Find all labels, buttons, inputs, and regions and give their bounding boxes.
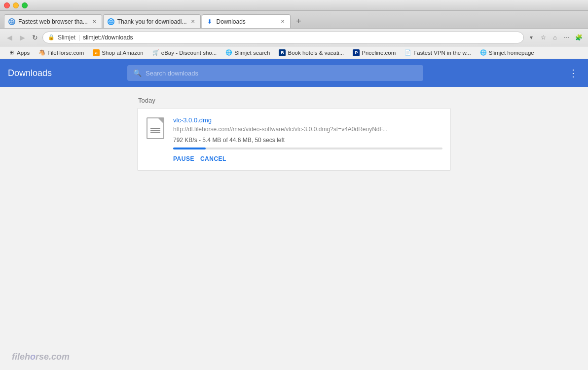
hotels-icon: B: [279, 49, 286, 56]
priceline-icon: P: [353, 49, 360, 56]
file-icon-area: [146, 116, 165, 140]
downloads-header: Downloads 🔍 ⋮: [0, 59, 588, 87]
site-name: Slimjet: [58, 34, 75, 41]
ebay-icon: 🛒: [152, 49, 159, 56]
file-type-icon: [147, 117, 164, 139]
downloads-content: Today vlc-3.0.0.dmg http://dl.filehorse.…: [0, 87, 588, 370]
lock-icon: 🔒: [48, 34, 55, 40]
amazon-icon: a: [93, 49, 100, 56]
extension-button[interactable]: 🧩: [573, 32, 584, 43]
download-actions: PAUSE CANCEL: [173, 155, 442, 162]
download-info: vlc-3.0.0.dmg http://dl.filehorse.com//m…: [173, 116, 442, 162]
bookmark-apps[interactable]: ⊞ Apps: [4, 47, 34, 58]
bookmark-label: Fastest VPN in the w...: [413, 50, 471, 56]
tab-label-1: Fastest web browser tha...: [18, 18, 88, 25]
slimjet-icon: 🌐: [225, 49, 232, 56]
progress-bar-fill: [173, 148, 206, 149]
back-button[interactable]: ◀: [4, 32, 15, 43]
pause-button[interactable]: PAUSE: [173, 155, 194, 162]
maximize-button[interactable]: [22, 2, 28, 8]
bookmark-label: Book hotels & vacati...: [288, 50, 344, 56]
bookmark-priceline[interactable]: P Priceline.com: [349, 47, 400, 58]
bookmark-label: FileHorse.com: [47, 50, 84, 56]
url-bar[interactable]: 🔒 Slimjet | slimjet://downloads: [42, 32, 524, 43]
tab-favicon-1: [8, 18, 15, 25]
downloads-more-button[interactable]: ⋮: [566, 66, 580, 80]
tab-close-3[interactable]: ✕: [279, 18, 286, 25]
title-bar: [0, 0, 588, 11]
search-icon: 🔍: [133, 69, 142, 77]
slimjet-home-icon: 🌐: [480, 49, 487, 56]
bookmark-label: Slimjet homepage: [489, 50, 534, 56]
apps-icon: ⊞: [8, 49, 15, 56]
bookmark-amazon[interactable]: a Shop at Amazon: [89, 47, 147, 58]
bookmarks-bar: ⊞ Apps 🐴 FileHorse.com a Shop at Amazon …: [0, 46, 588, 59]
download-item: vlc-3.0.0.dmg http://dl.filehorse.com//m…: [137, 108, 451, 171]
bookmark-label: Priceline.com: [362, 50, 396, 56]
section-today-label: Today: [0, 97, 588, 108]
dropdown-button[interactable]: ▾: [526, 32, 537, 43]
download-speed: 792 KB/s - 5.4 MB of 44.6 MB, 50 secs le…: [173, 137, 442, 144]
close-button[interactable]: [4, 2, 10, 8]
download-filename[interactable]: vlc-3.0.0.dmg: [173, 116, 442, 124]
tab-favicon-3: ⬇: [206, 18, 213, 25]
tab-favicon-2: [108, 18, 114, 25]
url-separator: |: [78, 34, 80, 41]
vpn-icon: 📄: [404, 49, 411, 56]
tab-downloads[interactable]: ⬇ Downloads ✕: [202, 14, 291, 28]
more-nav-button[interactable]: ⋯: [561, 32, 572, 43]
tab-thank-you[interactable]: Thank you for downloadi... ✕: [103, 14, 201, 28]
minimize-button[interactable]: [13, 2, 19, 8]
star-button[interactable]: ☆: [538, 32, 549, 43]
bookmark-filehorse[interactable]: 🐴 FileHorse.com: [35, 47, 88, 58]
bookmark-slimjet-search[interactable]: 🌐 Slimjet search: [221, 47, 274, 58]
bookmark-slimjet-home[interactable]: 🌐 Slimjet homepage: [476, 47, 538, 58]
tab-bar: Fastest web browser tha... ✕ Thank you f…: [0, 11, 588, 29]
download-url: http://dl.filehorse.com//mac/video-softw…: [173, 126, 415, 133]
home-button[interactable]: ⌂: [550, 32, 560, 43]
file-lines-icon: [150, 128, 160, 129]
reload-button[interactable]: ↻: [30, 32, 40, 43]
url-text: slimjet://downloads: [83, 34, 518, 41]
tab-label-3: Downloads: [216, 18, 276, 25]
tab-close-1[interactable]: ✕: [91, 18, 98, 25]
tab-close-2[interactable]: ✕: [189, 18, 196, 25]
search-box[interactable]: 🔍: [127, 65, 423, 81]
bookmark-label: Slimjet search: [234, 50, 270, 56]
bookmark-vpn[interactable]: 📄 Fastest VPN in the w...: [401, 47, 475, 58]
downloads-page-title: Downloads: [8, 68, 52, 78]
downloads-page: Downloads 🔍 ⋮ Today vlc-3.0.0.dmg http:/…: [0, 59, 588, 370]
tab-fastest-web[interactable]: Fastest web browser tha... ✕: [4, 14, 102, 28]
address-bar: ◀ ▶ ↻ 🔒 Slimjet | slimjet://downloads ▾ …: [0, 29, 588, 46]
bookmark-label: eBay - Discount sho...: [161, 50, 217, 56]
tab-label-2: Thank you for downloadi...: [117, 18, 187, 25]
address-actions: ▾ ☆ ⌂ ⋯ 🧩: [526, 32, 584, 43]
bookmark-label: Apps: [17, 50, 30, 56]
new-tab-button[interactable]: +: [292, 14, 305, 28]
progress-bar-container: [173, 148, 442, 149]
filehorse-icon: 🐴: [38, 49, 45, 56]
traffic-lights: [4, 2, 28, 8]
search-input[interactable]: [146, 70, 417, 77]
bookmark-hotels[interactable]: B Book hotels & vacati...: [275, 47, 348, 58]
forward-button[interactable]: ▶: [17, 32, 28, 43]
bookmark-label: Shop at Amazon: [102, 50, 143, 56]
cancel-button[interactable]: CANCEL: [200, 155, 226, 162]
bookmark-ebay[interactable]: 🛒 eBay - Discount sho...: [148, 47, 221, 58]
